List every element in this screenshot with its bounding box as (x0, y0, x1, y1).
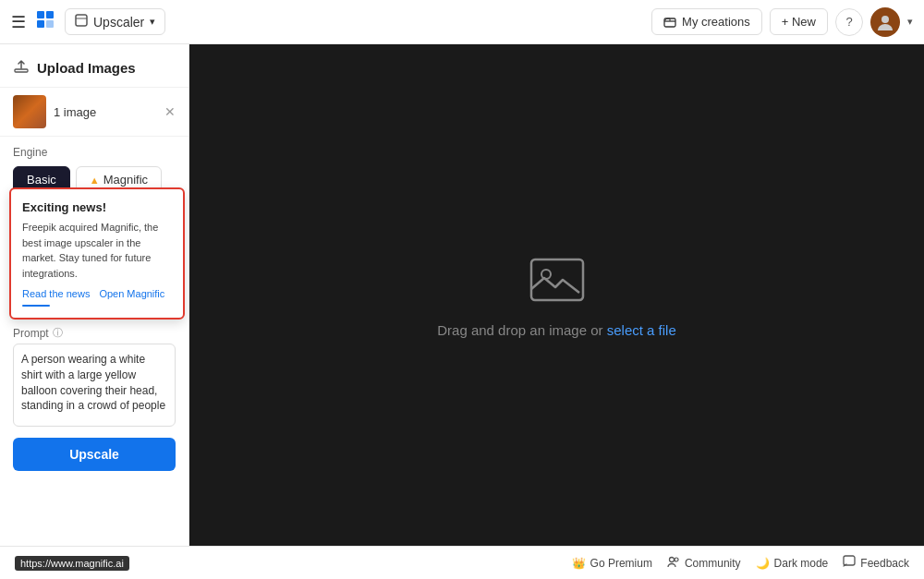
drop-text-static: Drag and drop an image or (437, 322, 606, 338)
read-news-link[interactable]: Read the news (22, 288, 90, 299)
community-button[interactable]: Community (667, 555, 741, 571)
dark-mode-icon: 🌙 (756, 557, 770, 570)
avatar-caret-icon[interactable]: ▾ (907, 16, 913, 28)
dark-mode-label: Dark mode (774, 557, 829, 570)
my-creations-button[interactable]: My creations (651, 8, 762, 35)
svg-rect-1 (46, 11, 54, 18)
help-button[interactable]: ? (835, 8, 863, 36)
upload-icon (13, 57, 30, 78)
community-label: Community (685, 557, 741, 570)
nav-right: My creations + New ? ▾ (651, 7, 913, 37)
chevron-down-icon: ▾ (150, 16, 155, 28)
main-layout: Upload Images 1 image ✕ Engine Basic ▲ M… (0, 44, 924, 546)
select-file-link[interactable]: select a file (607, 322, 676, 338)
magnific-icon: ▲ (90, 175, 100, 186)
svg-point-7 (881, 16, 889, 23)
tool-label: Upscaler (93, 15, 144, 30)
community-icon (667, 555, 680, 571)
logo-icon (35, 9, 55, 35)
new-label: + New (782, 15, 816, 29)
svg-point-12 (675, 558, 678, 561)
sidebar: Upload Images 1 image ✕ Engine Basic ▲ M… (0, 44, 189, 546)
hamburger-menu-icon[interactable]: ☰ (11, 12, 26, 32)
upload-label: Upload Images (37, 60, 136, 76)
preview-thumbnail (13, 95, 46, 128)
prompt-help-icon[interactable]: ⓘ (53, 326, 63, 340)
engine-magnific-label: Magnific (103, 173, 148, 187)
folder-icon (663, 16, 676, 29)
bottom-bar-right: 👑 Go Premium Community 🌙 Dark mode Feedb… (572, 555, 909, 571)
prompt-textarea[interactable]: A person wearing a white shirt with a la… (13, 344, 176, 427)
go-premium-button[interactable]: 👑 Go Premium (572, 557, 652, 570)
svg-rect-3 (46, 20, 54, 28)
drop-text: Drag and drop an image or select a file (437, 322, 676, 338)
image-preview-row: 1 image ✕ (0, 88, 188, 137)
tool-selector-icon (75, 14, 88, 30)
drop-zone-icon (528, 252, 587, 311)
svg-rect-13 (844, 556, 855, 565)
svg-rect-9 (531, 259, 583, 300)
premium-label: Go Premium (590, 557, 652, 570)
svg-point-11 (669, 558, 674, 562)
url-display: https://www.magnific.ai (15, 556, 129, 571)
help-label: ? (845, 15, 852, 29)
dark-mode-button[interactable]: 🌙 Dark mode (756, 557, 829, 570)
new-button[interactable]: + New (770, 8, 828, 35)
feedback-icon (843, 555, 856, 571)
avatar[interactable] (870, 7, 900, 37)
svg-rect-4 (76, 15, 87, 26)
preview-label: 1 image (54, 105, 157, 119)
top-navigation: ☰ Upscaler ▾ My creations + New ? (0, 0, 924, 44)
svg-rect-2 (37, 20, 44, 28)
prompt-label: Prompt (13, 327, 49, 340)
svg-point-10 (541, 270, 551, 279)
preview-close-button[interactable]: ✕ (164, 104, 176, 119)
upload-button[interactable]: Upload Images (13, 57, 176, 78)
svg-rect-8 (15, 69, 28, 72)
news-popup-links: Read the news Open Magnific (22, 288, 172, 299)
engine-label: Engine (0, 137, 188, 163)
canvas-area[interactable]: Drag and drop an image or select a file (189, 44, 924, 546)
prompt-label-row: Prompt ⓘ (0, 319, 188, 344)
upscale-button[interactable]: Upscale (13, 438, 176, 471)
news-popup: Exciting news! Freepik acquired Magnific… (9, 187, 185, 320)
news-popup-body: Freepik acquired Magnific, the best imag… (22, 220, 172, 281)
nav-left: ☰ Upscaler ▾ (11, 8, 165, 35)
feedback-label: Feedback (860, 557, 909, 570)
open-magnific-link[interactable]: Open Magnific (99, 288, 164, 299)
tool-selector[interactable]: Upscaler ▾ (65, 8, 165, 35)
bottom-bar: https://www.magnific.ai 👑 Go Premium Com… (0, 546, 924, 579)
news-popup-title: Exciting news! (22, 200, 172, 214)
bottom-bar-left: https://www.magnific.ai (15, 556, 129, 571)
upload-section: Upload Images (0, 44, 188, 88)
engine-basic-label: Basic (27, 173, 56, 187)
premium-icon: 👑 (572, 557, 586, 570)
feedback-button[interactable]: Feedback (843, 555, 909, 571)
my-creations-label: My creations (682, 15, 750, 29)
upscale-label: Upscale (69, 447, 119, 462)
svg-rect-0 (37, 11, 44, 18)
news-popup-divider (22, 305, 50, 307)
